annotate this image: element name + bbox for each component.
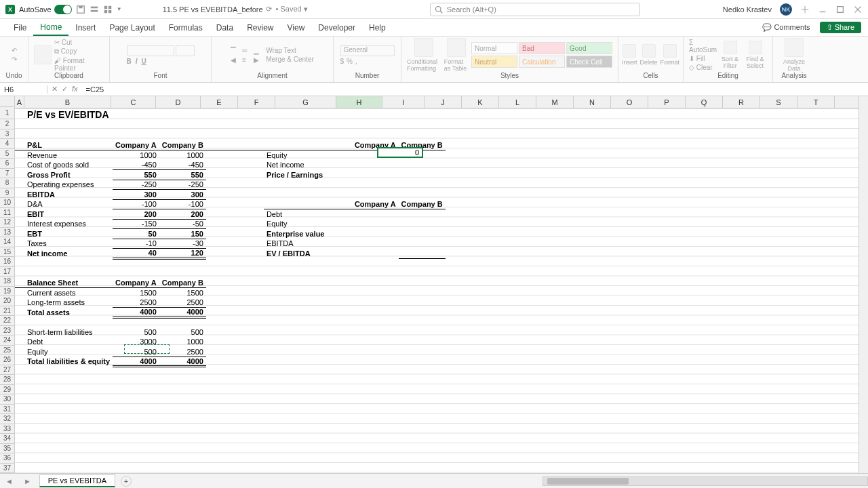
align-mid[interactable]: ═ <box>242 47 252 54</box>
tab-page-layout[interactable]: Page Layout <box>102 19 161 36</box>
clear-button[interactable]: ◇ Clear <box>689 64 717 71</box>
save-icon[interactable] <box>76 5 85 14</box>
wrap-text-button[interactable]: Wrap Text <box>266 47 314 54</box>
number-format-select[interactable]: General <box>340 45 395 56</box>
percent-button[interactable]: % <box>347 58 353 65</box>
row-header-22[interactable]: 22 <box>0 316 14 326</box>
tab-developer[interactable]: Developer <box>311 19 362 36</box>
paste-button[interactable] <box>34 45 52 64</box>
username[interactable]: Nedko Krastev <box>723 5 772 14</box>
row-header-4[interactable]: 4 <box>0 139 14 149</box>
sheet-nav-prev[interactable]: ◄ <box>0 477 18 485</box>
row-header-5[interactable]: 5 <box>0 149 14 159</box>
style-calc[interactable]: Calculation <box>519 56 565 68</box>
col-header-F[interactable]: F <box>238 96 275 108</box>
search-input[interactable]: Search (Alt+Q) <box>430 3 640 16</box>
col-header-L[interactable]: L <box>499 96 536 108</box>
row-header-9[interactable]: 9 <box>0 188 14 199</box>
autosum-button[interactable]: Σ AutoSum <box>689 39 717 54</box>
comments-button[interactable]: 💬 Comments <box>758 22 814 33</box>
col-header-K[interactable]: K <box>462 96 499 108</box>
tab-view[interactable]: View <box>281 19 312 36</box>
horizontal-scrollbar[interactable] <box>542 476 868 486</box>
row-header-2[interactable]: 2 <box>0 119 14 129</box>
sort-filter-button[interactable] <box>724 41 737 54</box>
row-header-31[interactable]: 31 <box>0 405 14 415</box>
underline-button[interactable]: U <box>142 58 146 65</box>
col-header-Q[interactable]: Q <box>686 96 723 108</box>
row-header-26[interactable]: 26 <box>0 355 14 365</box>
cut-button[interactable]: ✂ Cut <box>54 39 104 46</box>
align-center[interactable]: ≡ <box>242 56 252 64</box>
row-header-34[interactable]: 34 <box>0 434 14 444</box>
cancel-formula-icon[interactable]: ✕ <box>52 85 58 94</box>
tab-formulas[interactable]: Formulas <box>162 19 210 36</box>
formula-bar[interactable]: =C25 <box>82 85 868 94</box>
row-header-11[interactable]: 11 <box>0 208 14 218</box>
row-header-25[interactable]: 25 <box>0 346 14 356</box>
column-headers[interactable]: ABCDEFGHIJKLMNOPQRST <box>15 96 859 108</box>
style-bad[interactable]: Bad <box>519 42 565 54</box>
merge-button[interactable]: Merge & Center <box>266 56 314 63</box>
font-size[interactable] <box>176 45 195 56</box>
row-header-6[interactable]: 6 <box>0 159 14 169</box>
row-header-30[interactable]: 30 <box>0 394 14 405</box>
insert-cells-button[interactable] <box>623 44 636 58</box>
ribbon-mode-icon[interactable] <box>800 5 810 14</box>
row-header-8[interactable]: 8 <box>0 178 14 188</box>
qat-icon-1[interactable] <box>90 5 99 14</box>
row-header-24[interactable]: 24 <box>0 336 14 346</box>
tab-review[interactable]: Review <box>240 19 280 36</box>
col-header-N[interactable]: N <box>574 96 611 108</box>
format-table-button[interactable] <box>447 38 466 57</box>
style-good[interactable]: Good <box>566 42 612 54</box>
tab-help[interactable]: Help <box>362 19 393 36</box>
row-header-35[interactable]: 35 <box>0 444 14 454</box>
style-normal[interactable]: Normal <box>471 42 517 54</box>
col-header-C[interactable]: C <box>111 96 156 108</box>
row-header-23[interactable]: 23 <box>0 326 14 336</box>
find-select-button[interactable] <box>749 41 762 54</box>
tab-file[interactable]: File <box>7 19 33 36</box>
close-icon[interactable] <box>853 5 863 14</box>
row-header-33[interactable]: 33 <box>0 424 14 434</box>
row-header-27[interactable]: 27 <box>0 365 14 375</box>
col-header-I[interactable]: I <box>382 96 425 108</box>
row-header-28[interactable]: 28 <box>0 375 14 385</box>
style-neutral[interactable]: Neutral <box>471 56 517 68</box>
row-header-1[interactable]: 1 <box>0 107 14 119</box>
align-top[interactable]: ▔ <box>231 47 240 54</box>
col-header-B[interactable]: B <box>24 96 111 108</box>
toggle-switch[interactable] <box>54 5 72 14</box>
tab-data[interactable]: Data <box>210 19 240 36</box>
redo-icon[interactable]: ↷ <box>12 56 17 63</box>
format-cells-button[interactable] <box>663 44 677 58</box>
select-all-corner[interactable] <box>0 96 15 107</box>
row-header-12[interactable]: 12 <box>0 218 14 228</box>
currency-button[interactable]: $ <box>340 58 344 65</box>
format-painter-button[interactable]: 🖌 Format Painter <box>54 57 104 72</box>
qat-dropdown-icon[interactable]: ▼ <box>117 6 122 12</box>
minimize-icon[interactable] <box>818 5 827 14</box>
col-header-D[interactable]: D <box>156 96 201 108</box>
row-header-16[interactable]: 16 <box>0 257 14 267</box>
col-header-S[interactable]: S <box>760 96 797 108</box>
font-select[interactable] <box>127 45 174 56</box>
row-header-20[interactable]: 20 <box>0 296 14 306</box>
accept-formula-icon[interactable]: ✓ <box>62 85 68 94</box>
col-header-H[interactable]: H <box>336 96 382 108</box>
undo-icon[interactable]: ↶ <box>12 47 17 54</box>
name-box[interactable]: H6 <box>0 85 47 94</box>
align-left[interactable]: ◀ <box>231 56 240 64</box>
col-header-O[interactable]: O <box>611 96 648 108</box>
italic-button[interactable]: I <box>136 58 138 65</box>
cell-grid[interactable]: P/E vs EV/EBITDAP&LCompany ACompany BCom… <box>15 108 859 473</box>
vertical-scrollbar[interactable] <box>859 96 868 473</box>
sheet-tab-active[interactable]: PE vs EVEBITDA <box>39 474 115 487</box>
row-header-19[interactable]: 19 <box>0 287 14 297</box>
row-header-18[interactable]: 18 <box>0 277 14 287</box>
bold-button[interactable]: B <box>127 58 132 65</box>
share-button[interactable]: ⇧ Share <box>820 22 861 33</box>
cond-format-button[interactable] <box>414 38 433 57</box>
copy-button[interactable]: ⧉ Copy <box>54 47 104 56</box>
